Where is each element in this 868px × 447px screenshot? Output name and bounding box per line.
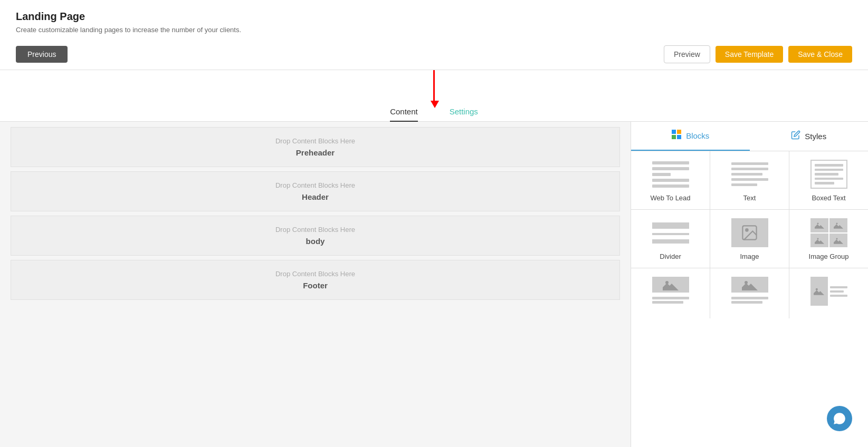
image-text-3-icon [810, 277, 847, 306]
block-image-group[interactable]: Image Group [789, 210, 868, 268]
block-image-text-1[interactable] [631, 268, 710, 318]
block-web-to-lead-label: Web To Lead [650, 194, 690, 202]
svg-point-9 [836, 223, 837, 225]
image-text-1-icon [652, 277, 689, 306]
blocks-panel-tabs: Blocks Styles [631, 122, 868, 151]
block-image-group-label: Image Group [809, 252, 849, 260]
red-arrow-indicator [433, 70, 435, 102]
image-text-2-icon [731, 277, 768, 306]
svg-rect-2 [672, 135, 676, 139]
page-header: Landing Page Create customizable landing… [0, 0, 868, 39]
image-group-icon [810, 218, 847, 247]
annotation-arrow [0, 70, 868, 102]
section-preheader[interactable]: Drop Content Blocks Here Preheader [11, 127, 620, 167]
section-footer[interactable]: Drop Content Blocks Here Footer [11, 260, 620, 300]
boxed-text-icon [810, 160, 847, 189]
block-text-label: Text [743, 194, 756, 202]
page-title: Landing Page [16, 11, 852, 23]
svg-point-11 [817, 238, 818, 239]
section-body[interactable]: Drop Content Blocks Here body [11, 216, 620, 256]
block-boxed-text[interactable]: Boxed Text [789, 151, 868, 209]
blocks-panel: Blocks Styles [631, 122, 868, 447]
web-to-lead-icon [652, 160, 689, 189]
block-web-to-lead[interactable]: Web To Lead [631, 151, 710, 209]
svg-rect-3 [677, 135, 681, 139]
block-boxed-text-label: Boxed Text [812, 194, 845, 202]
svg-rect-18 [814, 286, 824, 297]
divider-icon [652, 218, 689, 247]
tab-settings[interactable]: Settings [450, 107, 478, 121]
drop-label-body: Drop Content Blocks Here [21, 226, 610, 234]
save-template-button[interactable]: Save Template [716, 46, 783, 63]
blocks-grid: Web To Lead Text [631, 151, 868, 318]
preview-button[interactable]: Preview [664, 45, 710, 63]
drop-label-preheader: Drop Content Blocks Here [21, 137, 610, 145]
svg-rect-1 [677, 130, 681, 134]
chat-bubble-button[interactable] [827, 406, 852, 431]
text-icon [731, 160, 768, 189]
section-name-footer: Footer [21, 281, 610, 290]
block-image-text-2[interactable] [710, 268, 789, 318]
block-image-label: Image [740, 252, 759, 260]
svg-point-13 [836, 238, 837, 239]
toolbar-right: Preview Save Template Save & Close [664, 45, 852, 63]
image-icon [731, 218, 768, 247]
block-image-text-3[interactable] [789, 268, 868, 318]
canvas-area: Drop Content Blocks Here Preheader Drop … [0, 122, 631, 447]
block-text[interactable]: Text [710, 151, 789, 209]
svg-point-7 [817, 223, 818, 225]
previous-button[interactable]: Previous [16, 46, 68, 63]
svg-rect-0 [672, 130, 676, 134]
canvas-inner: Drop Content Blocks Here Preheader Drop … [0, 122, 631, 309]
block-divider[interactable]: Divider [631, 210, 710, 268]
blocks-tab-blocks[interactable]: Blocks [631, 122, 750, 151]
svg-point-5 [746, 229, 748, 231]
section-header[interactable]: Drop Content Blocks Here Header [11, 171, 620, 211]
section-name-body: body [21, 237, 610, 246]
toolbar: Previous Preview Save Template Save & Cl… [0, 39, 868, 70]
svg-point-19 [816, 288, 818, 290]
main-layout: Drop Content Blocks Here Preheader Drop … [0, 122, 868, 447]
section-name-preheader: Preheader [21, 148, 610, 157]
drop-label-footer: Drop Content Blocks Here [21, 270, 610, 278]
drop-label-header: Drop Content Blocks Here [21, 181, 610, 189]
blocks-tab-styles[interactable]: Styles [750, 122, 869, 151]
styles-icon [791, 130, 800, 142]
toolbar-left: Previous [16, 46, 68, 63]
section-name-header: Header [21, 192, 610, 201]
page-subtitle: Create customizable landing pages to inc… [16, 26, 852, 34]
save-close-button[interactable]: Save & Close [788, 46, 852, 63]
block-image[interactable]: Image [710, 210, 789, 268]
blocks-icon [671, 129, 682, 142]
block-divider-label: Divider [660, 252, 681, 260]
tab-content[interactable]: Content [390, 107, 418, 121]
